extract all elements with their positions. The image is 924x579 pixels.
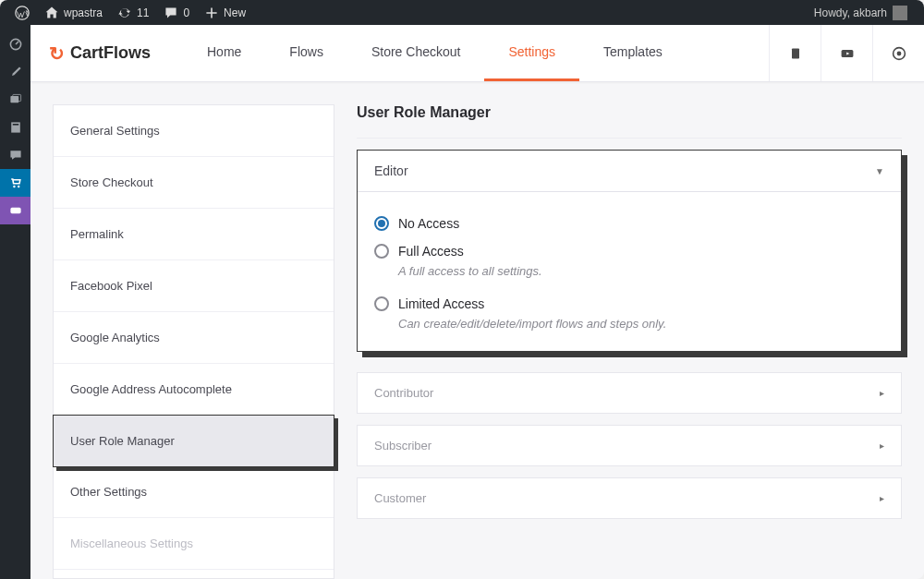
chevron-right-icon: ▸ [880,493,884,503]
avatar [893,6,907,20]
update-count: 11 [137,6,149,19]
chevron-right-icon: ▸ [880,388,884,398]
cartflows-header: ↻ CartFlows Home Flows Store Checkout Se… [30,25,924,82]
role-panel-customer[interactable]: Customer ▸ [357,477,902,519]
chevron-down-icon: ▼ [875,166,884,176]
posts-icon[interactable] [0,58,30,86]
sidebar-item-other[interactable]: Other Settings [54,466,334,518]
nav-home[interactable]: Home [183,25,265,81]
sidebar-item-facebook-pixel[interactable]: Facebook Pixel [54,260,334,312]
wp-logo[interactable] [7,0,37,25]
nav-flows[interactable]: Flows [265,25,347,81]
settings-sidebar: General Settings Store Checkout Permalin… [53,104,334,579]
youtube-icon[interactable] [821,25,872,81]
svg-rect-5 [12,124,18,126]
dashboard-icon[interactable] [0,30,30,58]
svg-point-12 [896,51,901,55]
updates-link[interactable]: 11 [110,0,156,25]
new-content-link[interactable]: New [197,0,253,25]
docs-icon[interactable] [769,25,821,81]
role-toggle-editor[interactable]: Editor ▼ [358,151,901,191]
option-label: Limited Access [398,296,484,311]
role-name: Subscriber [374,439,432,452]
wp-admin-bar: wpastra 11 0 New Howdy, akbarh [0,0,924,25]
role-name: Contributor [374,386,433,400]
site-home-link[interactable]: wpastra [37,0,110,25]
howdy-text: Howdy, akbarh [814,6,887,19]
svg-point-7 [18,186,19,187]
radio-icon [374,244,389,259]
comment-count: 0 [183,6,189,19]
wp-admin-sidebar [0,25,30,579]
site-name: wpastra [64,6,103,19]
cartflows-icon[interactable] [0,169,30,197]
account-menu[interactable]: Howdy, akbarh [814,6,907,20]
svg-rect-8 [10,208,20,213]
pages-icon[interactable] [0,114,30,141]
help-icon[interactable] [872,25,924,81]
comments-link[interactable]: 0 [156,0,197,25]
sidebar-item-google-address[interactable]: Google Address Autocomplete [54,364,334,416]
option-limited-access[interactable]: Limited Access [374,289,884,317]
media-icon[interactable] [0,86,30,114]
option-label: Full Access [398,244,464,259]
new-label: New [224,6,246,19]
woo-icon[interactable] [0,197,30,224]
nav-store-checkout[interactable]: Store Checkout [347,25,485,81]
role-panel-subscriber[interactable]: Subscriber ▸ [357,425,902,466]
logo-mark-icon: ↻ [49,42,65,65]
option-description: A full access to all settings. [374,264,884,289]
sidebar-item-misc[interactable]: Miscellaneous Settings [54,518,334,570]
brand-name: CartFlows [70,43,151,63]
role-panel-editor: Editor ▼ No Access Full Access A full ac… [357,150,902,352]
cartflows-logo[interactable]: ↻ CartFlows [49,42,183,65]
option-no-access[interactable]: No Access [374,209,884,236]
svg-rect-2 [10,96,18,103]
role-name: Customer [374,491,426,505]
sidebar-item-store-checkout[interactable]: Store Checkout [54,157,334,209]
sidebar-item-user-role-manager[interactable]: User Role Manager [53,415,334,467]
radio-icon [374,296,389,311]
option-description: Can create/edit/delete/import flows and … [374,317,884,331]
option-full-access[interactable]: Full Access [374,236,884,264]
svg-rect-9 [792,48,799,58]
sidebar-item-permalink[interactable]: Permalink [54,209,334,260]
radio-icon [374,216,389,231]
comments-icon[interactable] [0,141,30,169]
role-name: Editor [374,163,408,178]
nav-templates[interactable]: Templates [579,25,687,81]
chevron-right-icon: ▸ [880,440,884,451]
sidebar-item-general[interactable]: General Settings [54,105,334,157]
sidebar-item-google-analytics[interactable]: Google Analytics [54,312,334,364]
page-title: User Role Manager [357,104,902,139]
nav-settings[interactable]: Settings [484,25,579,81]
svg-point-6 [13,186,15,187]
option-label: No Access [398,216,459,231]
primary-nav: Home Flows Store Checkout Settings Templ… [183,25,687,81]
role-panel-contributor[interactable]: Contributor ▸ [357,372,902,414]
